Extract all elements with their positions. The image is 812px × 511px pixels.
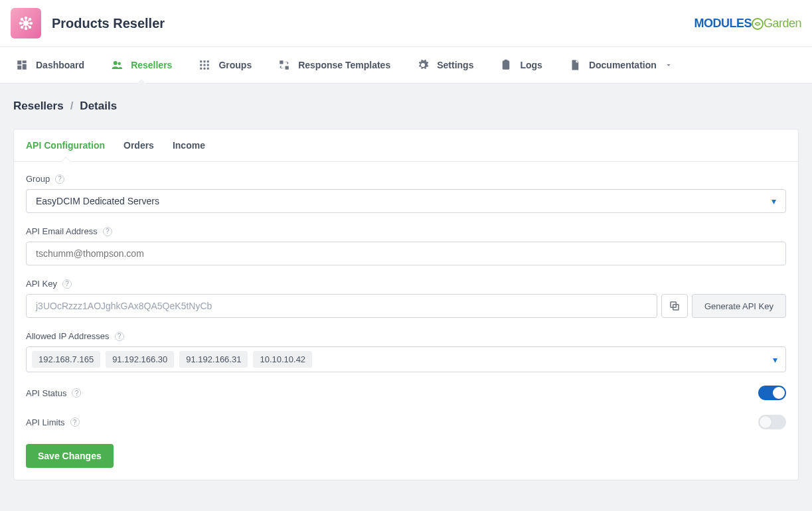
nav-groups-label: Groups — [218, 60, 252, 70]
help-icon[interactable]: ? — [115, 332, 124, 341]
chevron-down-icon: ▾ — [771, 196, 776, 206]
api-limits-toggle[interactable] — [758, 415, 786, 429]
svg-point-21 — [114, 61, 118, 65]
ip-chip[interactable]: 91.192.166.30 — [106, 351, 174, 368]
breadcrumb-root[interactable]: Resellers — [13, 100, 64, 113]
apikey-row-section: API Key ? j3UOcRzzz1AOJghkGAx8QA5QeK5tNy… — [26, 279, 786, 318]
help-icon[interactable]: ? — [62, 279, 72, 289]
brand-garden-label: Garden — [764, 17, 801, 30]
svg-rect-33 — [285, 66, 289, 70]
group-label: Group — [26, 174, 50, 184]
brand-modules-text: MODULES — [694, 17, 752, 30]
email-input-wrapper — [26, 242, 786, 265]
svg-line-16 — [27, 25, 29, 27]
details-card: API Configuration Orders Income Group ? … — [13, 129, 799, 480]
svg-rect-34 — [503, 60, 510, 70]
gear-icon — [417, 59, 429, 71]
apikey-value: j3UOcRzzz1AOJghkGAx8QA5QeK5tNyCb — [36, 301, 212, 311]
tab-income[interactable]: Income — [173, 129, 205, 161]
breadcrumb: Resellers / Details — [13, 100, 799, 113]
nav-groups[interactable]: Groups — [188, 47, 262, 83]
brand-left: Products Reseller — [11, 8, 165, 38]
group-row: Group ? EasyDCIM Dedicated Servers ▾ — [26, 174, 786, 213]
globe-icon — [752, 18, 764, 30]
document-icon — [569, 59, 581, 71]
svg-line-13 — [23, 20, 25, 22]
group-select[interactable]: EasyDCIM Dedicated Servers ▾ — [26, 189, 786, 213]
nav-response-templates[interactable]: Response Templates — [268, 47, 401, 83]
brand-logo: MODULESGarden — [694, 17, 801, 31]
breadcrumb-current: Details — [80, 100, 117, 113]
email-label: API Email Address — [26, 226, 98, 236]
form-area: Group ? EasyDCIM Dedicated Servers ▾ API… — [14, 162, 798, 480]
help-icon[interactable]: ? — [55, 175, 64, 184]
svg-rect-20 — [23, 64, 27, 70]
page-body: Resellers / Details API Configuration Or… — [0, 84, 812, 496]
main-nav: Dashboard Resellers Groups Response Temp… — [0, 46, 812, 84]
allowed-ips-input[interactable]: 192.168.7.165 91.192.166.30 91.192.166.3… — [26, 346, 786, 372]
nav-logs[interactable]: Logs — [489, 47, 552, 83]
ip-chip[interactable]: 10.10.10.42 — [253, 351, 312, 368]
svg-point-22 — [118, 62, 122, 66]
ip-chip[interactable]: 91.192.166.31 — [179, 351, 248, 368]
nav-documentation-label: Documentation — [589, 60, 657, 70]
api-status-label: API Status — [26, 388, 66, 398]
dashboard-icon — [16, 59, 28, 71]
svg-line-15 — [23, 25, 25, 27]
copy-icon — [669, 300, 681, 312]
svg-rect-18 — [23, 60, 27, 63]
tabs: API Configuration Orders Income — [14, 129, 798, 162]
svg-rect-19 — [17, 66, 21, 70]
svg-rect-26 — [201, 64, 203, 66]
app-title: Products Reseller — [52, 16, 165, 31]
top-header: Products Reseller MODULESGarden — [0, 0, 812, 46]
group-value: EasyDCIM Dedicated Servers — [36, 196, 159, 206]
tab-orders[interactable]: Orders — [123, 129, 154, 161]
nav-documentation[interactable]: Documentation — [558, 47, 683, 83]
allowed-ips-label: Allowed IP Addresses — [26, 331, 110, 341]
svg-rect-32 — [280, 60, 283, 64]
apikey-input[interactable]: j3UOcRzzz1AOJghkGAx8QA5QeK5tNyCb — [26, 294, 657, 318]
ip-chip[interactable]: 192.168.7.165 — [32, 351, 100, 368]
people-icon — [111, 59, 123, 71]
svg-rect-31 — [207, 68, 209, 70]
api-status-row: API Status ? — [26, 386, 786, 400]
allowed-ips-row: Allowed IP Addresses ? 192.168.7.165 91.… — [26, 331, 786, 372]
api-limits-label: API Limits — [26, 417, 65, 427]
svg-rect-29 — [201, 68, 203, 70]
help-icon[interactable]: ? — [72, 388, 81, 398]
nav-resellers-label: Resellers — [131, 60, 172, 70]
clipboard-icon — [500, 59, 512, 71]
nav-dashboard[interactable]: Dashboard — [5, 47, 95, 83]
copy-button[interactable] — [661, 294, 688, 318]
nav-response-templates-label: Response Templates — [298, 60, 390, 70]
chevron-down-icon — [665, 61, 673, 69]
email-input[interactable] — [36, 248, 776, 259]
brand-garden-text: Garden — [752, 17, 801, 30]
help-icon[interactable]: ? — [70, 417, 80, 427]
svg-line-14 — [27, 20, 29, 22]
nav-logs-label: Logs — [520, 60, 542, 70]
grid-icon — [199, 59, 210, 71]
transfer-icon — [278, 59, 290, 71]
svg-rect-28 — [207, 64, 209, 66]
tab-api-configuration[interactable]: API Configuration — [26, 129, 105, 161]
api-status-toggle[interactable] — [758, 386, 786, 400]
nav-dashboard-label: Dashboard — [36, 60, 84, 70]
chevron-down-icon: ▾ — [773, 354, 777, 365]
apikey-label: API Key — [26, 279, 57, 289]
svg-rect-25 — [207, 60, 209, 62]
svg-rect-27 — [204, 64, 206, 66]
svg-rect-23 — [201, 60, 203, 62]
svg-rect-17 — [17, 60, 21, 64]
nav-settings[interactable]: Settings — [406, 47, 484, 83]
api-limits-row: API Limits ? — [26, 415, 786, 429]
nav-resellers[interactable]: Resellers — [100, 47, 183, 83]
svg-rect-35 — [505, 60, 508, 62]
svg-rect-24 — [204, 60, 206, 62]
breadcrumb-sep: / — [70, 100, 74, 113]
app-icon — [11, 8, 41, 38]
save-changes-button[interactable]: Save Changes — [26, 444, 114, 468]
generate-api-key-button[interactable]: Generate API Key — [692, 294, 786, 318]
help-icon[interactable]: ? — [103, 227, 112, 236]
